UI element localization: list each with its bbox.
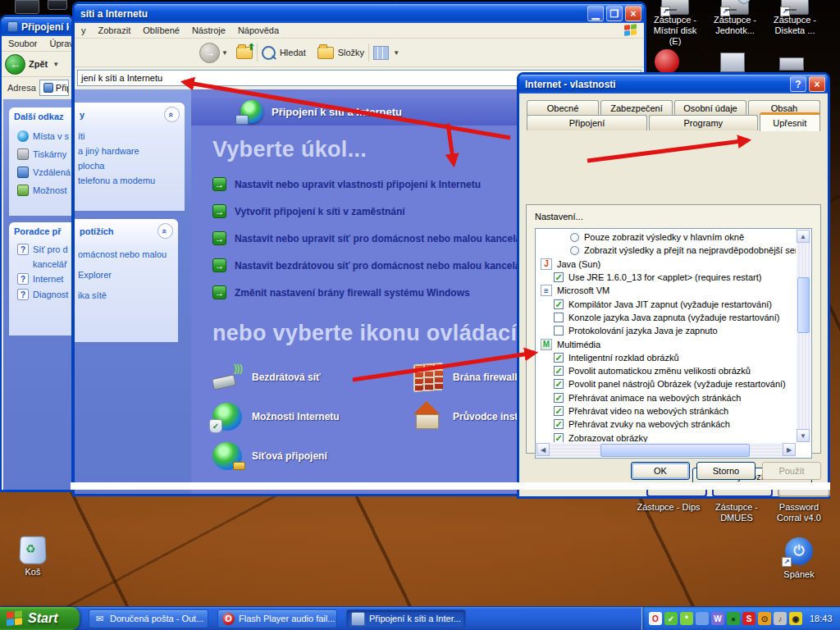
scroll-up-icon[interactable]: ▲	[797, 230, 810, 243]
settings-option-row[interactable]: Konzole jazyka Java zapnuta (vyžaduje re…	[537, 311, 796, 324]
network-pc-icon[interactable]	[696, 612, 709, 625]
apply-button[interactable]: Použít	[762, 462, 821, 480]
vertical-scrollbar[interactable]: ▲ ▼	[797, 230, 810, 442]
cpl-icon-network-connections[interactable]: Síťová připojení	[212, 436, 413, 476]
menu-edit-tail[interactable]: y	[81, 25, 86, 35]
views-dropdown-icon[interactable]: ▼	[393, 49, 399, 57]
desktop-icon-sleep[interactable]: ⏻↗ Spánek	[769, 537, 829, 580]
settings-group-row[interactable]: ≡Microsoft VM	[537, 284, 796, 297]
checkbox-icon[interactable]: ✓	[554, 419, 564, 429]
checkbox-icon[interactable]	[554, 313, 564, 322]
sidebar-link-tail[interactable]: íti	[78, 131, 185, 141]
window-connections-back[interactable]: Připojení k Soubor Úprav ← Zpět ▼ Adresa…	[0, 15, 74, 492]
checkbox-icon[interactable]: ✓	[554, 366, 564, 376]
scroll-right-icon[interactable]: ▶	[783, 443, 796, 456]
top-left-device-icon[interactable]	[48, 0, 67, 10]
forward-dropdown-icon[interactable]: ▼	[221, 49, 228, 57]
radio-icon[interactable]	[570, 233, 579, 242]
settings-option-row[interactable]: ✓Kompilátor Java JIT zapnut (vyžaduje re…	[537, 297, 796, 310]
settings-group-row[interactable]: MMultimédia	[537, 337, 796, 350]
up-folder-icon[interactable]: ⬆	[236, 47, 253, 59]
menu-file[interactable]: Soubor	[8, 39, 37, 48]
antivirus-shield-icon[interactable]: ✓	[664, 612, 678, 625]
tab-privacy[interactable]: Osobní údaje	[674, 100, 746, 116]
taskbar-task-outlook[interactable]: ✉ Doručená pošta - Out...	[89, 609, 208, 628]
menu-tools[interactable]: Nástroje	[192, 25, 226, 35]
folders-button-label[interactable]: Složky	[338, 48, 364, 57]
back-dropdown-icon[interactable]: ▼	[52, 61, 59, 68]
taskbar-task-connections[interactable]: Připojení k síti a Inter...	[346, 609, 466, 628]
maximize-button[interactable]: ❐	[606, 6, 623, 21]
chevron-up-icon[interactable]: «	[158, 223, 173, 239]
menu-edit[interactable]: Úprav	[49, 39, 73, 48]
tab-general[interactable]: Obecné	[527, 100, 599, 116]
views-icon[interactable]	[373, 46, 389, 60]
ok-button[interactable]: OK	[631, 462, 690, 480]
close-button[interactable]: ×	[809, 76, 825, 92]
sidebar-item-internet-explorer[interactable]: ?Internet	[17, 273, 71, 285]
sidebar-item-home-network[interactable]: ?Síť pro d	[17, 244, 71, 255]
title-bar[interactable]: síti a Internetu ▁ ❐ ×	[75, 4, 644, 23]
checkbox-icon[interactable]: ✓	[554, 393, 564, 403]
cpl-icon-internet-options[interactable]: Možnosti Internetu	[212, 397, 413, 436]
volume-icon[interactable]: ♪	[774, 612, 787, 625]
scroll-down-icon[interactable]: ▼	[797, 429, 810, 442]
search-icon[interactable]	[262, 46, 276, 60]
settings-option-row[interactable]: Zobrazit výsledky a přejít na nejpravděp…	[537, 244, 796, 257]
search-button-label[interactable]: Hledat	[280, 48, 306, 57]
settings-option-row[interactable]: ✓Use JRE 1.6.0_13 for <applet> (requires…	[537, 271, 796, 284]
minimize-button[interactable]: ▁	[587, 6, 604, 21]
vertical-scroll-thumb[interactable]	[797, 277, 810, 333]
sidebar-link-tail[interactable]: plocha	[78, 161, 185, 171]
stopwatch-icon[interactable]: ⊙	[758, 612, 771, 625]
desktop-icon-recycle-bin[interactable]: Koš	[16, 536, 49, 578]
settings-option-row[interactable]: ✓Přehrávat video na webových stránkách	[537, 404, 796, 418]
scroll-left-icon[interactable]: ◀	[536, 443, 550, 456]
checkbox-icon[interactable]: ✓	[554, 272, 564, 282]
horizontal-scroll-thumb[interactable]	[600, 444, 750, 457]
settings-listbox[interactable]: Pouze zobrazit výsledky v hlavním okněZo…	[535, 228, 812, 459]
menu-favorites[interactable]: Oblíbené	[143, 25, 180, 35]
close-button[interactable]: ×	[625, 6, 641, 21]
back-button-icon[interactable]: ←	[5, 54, 25, 75]
cancel-button[interactable]: Storno	[696, 462, 756, 480]
wireless-signal-icon[interactable]: ◉	[789, 612, 802, 625]
sidebar-item-printers[interactable]: Tiskárny	[17, 148, 71, 160]
sidebar-item-network-places[interactable]: Místa v s	[17, 130, 71, 142]
settings-option-row[interactable]: ✓Přehrávat animace na webových stránkách	[537, 391, 796, 404]
checkbox-icon[interactable]	[554, 326, 564, 336]
checkbox-icon[interactable]: ✓	[554, 353, 564, 363]
sidebar-item-network-diagnostics[interactable]: ?Diagnost	[17, 289, 71, 300]
tab-programs[interactable]: Programy	[649, 115, 758, 130]
tab-advanced[interactable]: Upřesnit	[760, 112, 821, 131]
updater-pinwheel-icon[interactable]: *	[680, 612, 693, 625]
help-button[interactable]: ?	[790, 76, 806, 92]
sidebar-item-home-network-line2[interactable]: kancelář	[17, 259, 71, 269]
cpl-icon-wireless-network[interactable]: Bezdrátová síť	[212, 358, 413, 397]
address-input[interactable]: Připo	[39, 80, 69, 96]
green-ring-icon[interactable]: ●	[727, 612, 740, 625]
settings-option-row[interactable]: ✓Povolit automatickou změnu velikosti ob…	[537, 364, 796, 377]
sidebar-link-tail[interactable]: Explorer	[78, 270, 178, 280]
start-button[interactable]: Start	[0, 607, 80, 630]
sidebar-link-tail[interactable]: omácnost nebo malou	[78, 249, 178, 259]
sidebar-link-tail[interactable]: a jiný hardware	[78, 146, 185, 156]
checkbox-icon[interactable]: ✓	[554, 379, 564, 389]
forward-button[interactable]: →	[199, 43, 220, 63]
title-bar[interactable]: Připojení k	[2, 17, 71, 36]
radio-icon[interactable]	[570, 246, 579, 255]
checkbox-icon[interactable]: ✓	[554, 299, 564, 309]
chevron-up-icon[interactable]: «	[164, 107, 180, 122]
taskbar-clock[interactable]: 18:43	[810, 614, 833, 623]
messenger-icon[interactable]: W	[711, 612, 724, 625]
sidebar-link-tail[interactable]: ika sítě	[78, 290, 178, 300]
tab-security[interactable]: Zabezpečení	[600, 100, 673, 116]
opera-tray-icon[interactable]: O	[649, 612, 662, 625]
desktop-label-password-corral[interactable]: PasswordCorral v4.0	[769, 502, 829, 523]
settings-option-row[interactable]: Protokolování jazyka Java je zapnuto	[537, 324, 796, 337]
desktop-icon-cd-drive[interactable]: ↗ Zástupce -Jednotk...	[708, 0, 762, 36]
settings-option-row[interactable]: ✓Inteligentní rozklad obrázků	[537, 351, 796, 364]
desktop-icon-floppy[interactable]: ↗ Zástupce -Disketa ...	[768, 0, 822, 36]
desktop-icon-local-disk-e[interactable]: ↗ Zástupce -Místní disk (E)	[648, 0, 702, 47]
horizontal-scrollbar[interactable]: ◀ ▶	[536, 443, 796, 457]
